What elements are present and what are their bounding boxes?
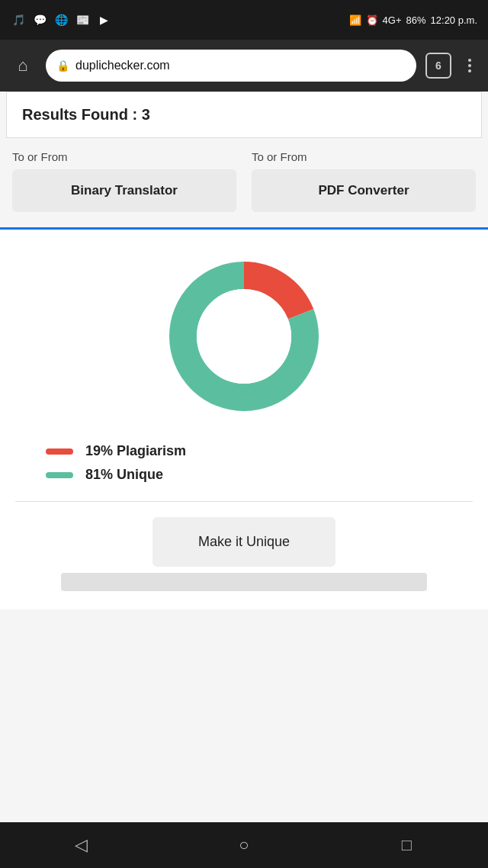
browser-menu-button[interactable] bbox=[461, 59, 479, 72]
tool-label-pdf: To or From bbox=[252, 150, 476, 163]
news-icon: 📰 bbox=[75, 12, 90, 27]
back-button[interactable]: ◁ bbox=[59, 822, 104, 868]
menu-dot-1 bbox=[468, 59, 471, 62]
donut-chart bbox=[160, 252, 328, 420]
message-icon: 💬 bbox=[32, 12, 47, 27]
results-box: Results Found : 3 bbox=[6, 92, 482, 138]
donut-hole bbox=[197, 289, 291, 384]
legend-unique-row: 81% Unique bbox=[46, 467, 488, 483]
tool-label-binary: To or From bbox=[12, 150, 236, 163]
url-text: duplichecker.com bbox=[75, 59, 170, 72]
page-content: Results Found : 3 To or From Binary Tran… bbox=[0, 92, 488, 822]
recents-button[interactable]: □ bbox=[384, 822, 429, 868]
make-unique-button[interactable]: Make it Unique bbox=[152, 517, 336, 567]
music-icon: 🎵 bbox=[11, 12, 26, 27]
chart-legend: 19% Plagiarism 81% Unique bbox=[46, 443, 488, 483]
unique-legend-text: 81% Unique bbox=[85, 467, 163, 483]
legend-plagiarism-row: 19% Plagiarism bbox=[46, 443, 488, 459]
menu-dot-2 bbox=[468, 64, 471, 67]
youtube-icon: ▶ bbox=[96, 12, 111, 27]
tools-section: To or From Binary Translator To or From … bbox=[0, 138, 488, 227]
browser-chrome: ⌂ 🔒 duplichecker.com 6 bbox=[0, 40, 488, 92]
plagiarism-legend-text: 19% Plagiarism bbox=[85, 443, 186, 459]
tool-col-binary: To or From Binary Translator bbox=[12, 150, 236, 212]
network-type: 4G+ bbox=[383, 14, 402, 26]
status-left: 🎵 💬 🌐 📰 ▶ bbox=[11, 12, 111, 27]
donut-svg bbox=[160, 252, 328, 420]
tool-col-pdf: To or From PDF Converter bbox=[252, 150, 476, 212]
signal-icon: 📶 bbox=[349, 14, 361, 26]
battery-level: 86% bbox=[406, 14, 426, 26]
unique-color-swatch bbox=[46, 472, 73, 478]
plagiarism-color-swatch bbox=[46, 448, 73, 455]
binary-translator-button[interactable]: Binary Translator bbox=[12, 169, 236, 212]
results-found-text: Results Found : 3 bbox=[22, 106, 150, 123]
bottom-nav: ◁ ○ □ bbox=[0, 822, 488, 868]
home-button[interactable]: ⌂ bbox=[9, 52, 37, 79]
menu-dot-3 bbox=[468, 69, 471, 72]
time-display: 12:20 p.m. bbox=[431, 14, 477, 26]
lock-icon: 🔒 bbox=[56, 59, 69, 72]
home-nav-button[interactable]: ○ bbox=[221, 822, 267, 868]
alarm-icon: ⏰ bbox=[366, 14, 378, 26]
address-bar[interactable]: 🔒 duplichecker.com bbox=[46, 50, 416, 82]
tools-row: To or From Binary Translator To or From … bbox=[12, 150, 476, 212]
status-bar: 🎵 💬 🌐 📰 ▶ 📶 ⏰ 4G+ 86% 12:20 p.m. bbox=[0, 0, 488, 40]
pdf-converter-button[interactable]: PDF Converter bbox=[252, 169, 476, 212]
tab-count-badge[interactable]: 6 bbox=[425, 53, 451, 79]
globe-icon: 🌐 bbox=[53, 12, 69, 27]
partial-next-element bbox=[61, 573, 427, 591]
status-right: 📶 ⏰ 4G+ 86% 12:20 p.m. bbox=[349, 14, 477, 26]
chart-divider bbox=[15, 501, 473, 502]
chart-section: 19% Plagiarism 81% Unique Make it Unique bbox=[0, 227, 488, 609]
